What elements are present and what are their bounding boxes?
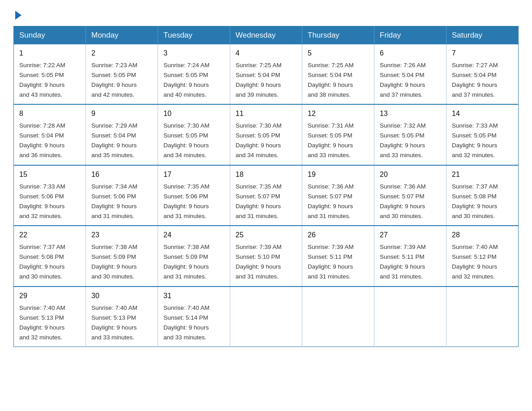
page-header	[13, 9, 519, 18]
calendar-day-cell: 31 Sunrise: 7:40 AMSunset: 5:14 PMDaylig…	[158, 287, 230, 347]
day-info: Sunrise: 7:39 AMSunset: 5:11 PMDaylight:…	[308, 244, 354, 280]
day-number: 17	[163, 169, 225, 180]
day-number: 25	[236, 230, 297, 241]
day-number: 15	[19, 169, 81, 180]
calendar-day-cell: 5 Sunrise: 7:25 AMSunset: 5:04 PMDayligh…	[302, 44, 374, 104]
day-number: 5	[308, 48, 369, 59]
weekday-header-cell: Tuesday	[158, 26, 230, 45]
day-info: Sunrise: 7:22 AMSunset: 5:05 PMDaylight:…	[19, 62, 65, 98]
weekday-header-cell: Sunday	[14, 26, 86, 45]
day-number: 30	[91, 291, 153, 302]
calendar-day-cell: 15 Sunrise: 7:33 AMSunset: 5:06 PMDaylig…	[14, 165, 86, 226]
day-info: Sunrise: 7:25 AMSunset: 5:04 PMDaylight:…	[308, 62, 354, 98]
calendar-day-cell: 24 Sunrise: 7:38 AMSunset: 5:09 PMDaylig…	[158, 226, 230, 286]
day-number: 13	[380, 108, 442, 120]
day-info: Sunrise: 7:27 AMSunset: 5:04 PMDaylight:…	[452, 62, 498, 98]
calendar-day-cell: 20 Sunrise: 7:36 AMSunset: 5:07 PMDaylig…	[374, 165, 446, 226]
day-info: Sunrise: 7:24 AMSunset: 5:05 PMDaylight:…	[163, 62, 210, 98]
day-number: 20	[380, 169, 442, 180]
calendar-day-cell: 12 Sunrise: 7:31 AMSunset: 5:05 PMDaylig…	[302, 104, 374, 165]
day-number: 1	[19, 48, 81, 59]
calendar-day-cell: 16 Sunrise: 7:34 AMSunset: 5:06 PMDaylig…	[86, 165, 158, 226]
calendar-day-cell: 14 Sunrise: 7:33 AMSunset: 5:05 PMDaylig…	[446, 104, 519, 165]
calendar-day-cell: 3 Sunrise: 7:24 AMSunset: 5:05 PMDayligh…	[158, 44, 230, 104]
calendar-day-cell: 18 Sunrise: 7:35 AMSunset: 5:07 PMDaylig…	[230, 165, 302, 226]
calendar-week-row: 15 Sunrise: 7:33 AMSunset: 5:06 PMDaylig…	[14, 165, 519, 226]
day-number: 12	[308, 108, 369, 120]
calendar-week-row: 22 Sunrise: 7:37 AMSunset: 5:08 PMDaylig…	[14, 226, 519, 286]
day-number: 3	[163, 48, 225, 59]
calendar-day-cell: 17 Sunrise: 7:35 AMSunset: 5:06 PMDaylig…	[158, 165, 230, 226]
day-number: 31	[163, 291, 225, 302]
day-number: 22	[19, 230, 81, 241]
day-info: Sunrise: 7:34 AMSunset: 5:06 PMDaylight:…	[91, 183, 137, 219]
day-info: Sunrise: 7:33 AMSunset: 5:06 PMDaylight:…	[19, 183, 65, 219]
calendar-table: SundayMondayTuesdayWednesdayThursdayFrid…	[13, 26, 519, 347]
calendar-day-cell: 13 Sunrise: 7:32 AMSunset: 5:05 PMDaylig…	[374, 104, 446, 165]
calendar-day-cell: 1 Sunrise: 7:22 AMSunset: 5:05 PMDayligh…	[14, 44, 86, 104]
calendar-day-cell: 25 Sunrise: 7:39 AMSunset: 5:10 PMDaylig…	[230, 226, 302, 286]
weekday-header-cell: Saturday	[446, 26, 519, 45]
day-number: 19	[308, 169, 369, 180]
weekday-header-cell: Friday	[374, 26, 446, 45]
calendar-day-cell: 21 Sunrise: 7:37 AMSunset: 5:08 PMDaylig…	[446, 165, 519, 226]
day-number: 26	[308, 230, 369, 241]
day-info: Sunrise: 7:35 AMSunset: 5:07 PMDaylight:…	[236, 183, 282, 219]
day-info: Sunrise: 7:40 AMSunset: 5:14 PMDaylight:…	[163, 304, 210, 341]
day-number: 16	[91, 169, 153, 180]
day-number: 18	[236, 169, 297, 180]
logo	[13, 9, 21, 18]
day-number: 27	[380, 230, 442, 241]
calendar-day-cell: 22 Sunrise: 7:37 AMSunset: 5:08 PMDaylig…	[14, 226, 86, 286]
calendar-day-cell: 30 Sunrise: 7:40 AMSunset: 5:13 PMDaylig…	[86, 287, 158, 347]
weekday-header-cell: Thursday	[302, 26, 374, 45]
day-info: Sunrise: 7:39 AMSunset: 5:10 PMDaylight:…	[236, 244, 282, 280]
calendar-day-cell: 23 Sunrise: 7:38 AMSunset: 5:09 PMDaylig…	[86, 226, 158, 286]
day-info: Sunrise: 7:40 AMSunset: 5:13 PMDaylight:…	[19, 304, 65, 341]
calendar-day-cell: 26 Sunrise: 7:39 AMSunset: 5:11 PMDaylig…	[302, 226, 374, 286]
day-info: Sunrise: 7:25 AMSunset: 5:04 PMDaylight:…	[236, 62, 282, 98]
logo-arrow-icon	[15, 11, 21, 20]
day-number: 8	[19, 108, 81, 120]
day-info: Sunrise: 7:28 AMSunset: 5:04 PMDaylight:…	[19, 122, 65, 158]
day-info: Sunrise: 7:32 AMSunset: 5:05 PMDaylight:…	[380, 122, 426, 158]
day-number: 21	[452, 169, 514, 180]
day-info: Sunrise: 7:39 AMSunset: 5:11 PMDaylight:…	[380, 244, 426, 280]
day-number: 28	[452, 230, 514, 241]
calendar-day-cell: 28 Sunrise: 7:40 AMSunset: 5:12 PMDaylig…	[446, 226, 519, 286]
day-info: Sunrise: 7:29 AMSunset: 5:04 PMDaylight:…	[91, 122, 137, 158]
day-number: 23	[91, 230, 153, 241]
day-number: 2	[91, 48, 153, 59]
calendar-day-cell: 8 Sunrise: 7:28 AMSunset: 5:04 PMDayligh…	[14, 104, 86, 165]
calendar-day-cell	[374, 287, 446, 347]
calendar-week-row: 29 Sunrise: 7:40 AMSunset: 5:13 PMDaylig…	[14, 287, 519, 347]
day-number: 7	[452, 48, 514, 59]
day-info: Sunrise: 7:36 AMSunset: 5:07 PMDaylight:…	[380, 183, 426, 219]
calendar-day-cell: 7 Sunrise: 7:27 AMSunset: 5:04 PMDayligh…	[446, 44, 519, 104]
day-info: Sunrise: 7:37 AMSunset: 5:08 PMDaylight:…	[452, 183, 498, 219]
calendar-week-row: 8 Sunrise: 7:28 AMSunset: 5:04 PMDayligh…	[14, 104, 519, 165]
calendar-day-cell: 2 Sunrise: 7:23 AMSunset: 5:05 PMDayligh…	[86, 44, 158, 104]
calendar-day-cell: 4 Sunrise: 7:25 AMSunset: 5:04 PMDayligh…	[230, 44, 302, 104]
day-info: Sunrise: 7:30 AMSunset: 5:05 PMDaylight:…	[236, 122, 282, 158]
day-info: Sunrise: 7:33 AMSunset: 5:05 PMDaylight:…	[452, 122, 498, 158]
day-info: Sunrise: 7:36 AMSunset: 5:07 PMDaylight:…	[308, 183, 354, 219]
day-number: 9	[91, 108, 153, 120]
calendar-day-cell: 11 Sunrise: 7:30 AMSunset: 5:05 PMDaylig…	[230, 104, 302, 165]
calendar-day-cell: 29 Sunrise: 7:40 AMSunset: 5:13 PMDaylig…	[14, 287, 86, 347]
calendar-day-cell	[230, 287, 302, 347]
day-info: Sunrise: 7:38 AMSunset: 5:09 PMDaylight:…	[91, 244, 137, 280]
calendar-day-cell: 19 Sunrise: 7:36 AMSunset: 5:07 PMDaylig…	[302, 165, 374, 226]
day-info: Sunrise: 7:31 AMSunset: 5:05 PMDaylight:…	[308, 122, 354, 158]
calendar-day-cell	[446, 287, 519, 347]
calendar-week-row: 1 Sunrise: 7:22 AMSunset: 5:05 PMDayligh…	[14, 44, 519, 104]
day-number: 10	[163, 108, 225, 120]
day-info: Sunrise: 7:37 AMSunset: 5:08 PMDaylight:…	[19, 244, 65, 280]
calendar-day-cell: 6 Sunrise: 7:26 AMSunset: 5:04 PMDayligh…	[374, 44, 446, 104]
calendar-day-cell: 9 Sunrise: 7:29 AMSunset: 5:04 PMDayligh…	[86, 104, 158, 165]
day-info: Sunrise: 7:23 AMSunset: 5:05 PMDaylight:…	[91, 62, 137, 98]
day-number: 6	[380, 48, 442, 59]
day-info: Sunrise: 7:35 AMSunset: 5:06 PMDaylight:…	[163, 183, 210, 219]
day-info: Sunrise: 7:40 AMSunset: 5:12 PMDaylight:…	[452, 244, 498, 280]
weekday-header-cell: Wednesday	[230, 26, 302, 45]
